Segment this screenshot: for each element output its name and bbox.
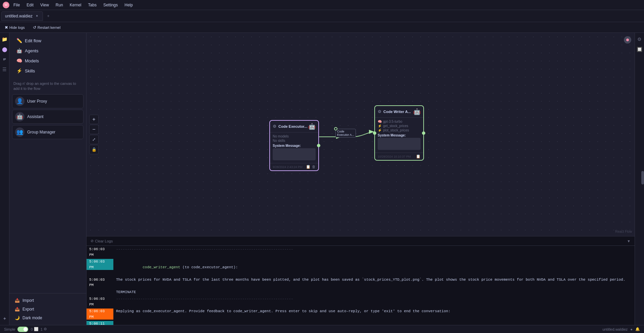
code-writer-left-handle [373, 131, 376, 135]
sidebar-item-edit-flow[interactable]: ✏️ Edit flow [13, 36, 82, 46]
canvas[interactable]: ⚙ Code Executor... 🤖 No models No skills… [87, 33, 635, 236]
code-executor-right-handle [317, 144, 320, 147]
menu-view[interactable]: View [39, 2, 50, 8]
log-content-separator1: ----------------------------------------… [113, 246, 635, 252]
status-notification-icon[interactable]: 🔔 [635, 327, 640, 331]
agent-list: 👤 User Proxy 🤖 Assistant 👥 Group Manager [9, 93, 86, 141]
status-counts: 0 ⬜ 1 ⚙ [31, 327, 47, 331]
icon-bar-circle[interactable]: ⬤ [1, 46, 8, 53]
code-writer-date: 10/28/2024 10:10:37 PM [378, 155, 411, 158]
status-filename: untitled.waldiez [602, 327, 628, 331]
clear-logs-button[interactable]: ⊘ Clear Logs [91, 239, 113, 243]
zoom-lock-button[interactable]: 🔒 [89, 145, 99, 154]
code-executor-footer-icon2[interactable]: 🗑 [312, 165, 316, 169]
sidebar-item-models[interactable]: 🧠 Models [13, 56, 82, 66]
simple-toggle[interactable]: Simple [4, 327, 28, 332]
dark-mode-button[interactable]: 🌙 Dark mode [12, 314, 84, 322]
tab-add-button[interactable]: + [44, 12, 52, 20]
sidebar-item-agents[interactable]: 🤖 Agents [13, 46, 82, 56]
zoom-in-button[interactable]: + [89, 115, 99, 124]
record-dot [626, 39, 629, 41]
content-area: ⚙ Code Executor... 🤖 No models No skills… [87, 33, 635, 325]
log-time-2: 5:06:03 PM [87, 277, 113, 288]
sidebar-item-skills[interactable]: ⚡ Skills [13, 66, 82, 76]
edge-middle-handle [334, 127, 337, 130]
code-writer-system-msg[interactable] [378, 138, 421, 150]
menu-edit[interactable]: Edit [25, 2, 35, 8]
log-time: 5:06:03 PM [87, 246, 113, 258]
hide-logs-button[interactable]: ✖ Hide logs [3, 24, 27, 31]
agent-item-assistant[interactable]: 🤖 Assistant [12, 110, 84, 124]
tab-title: untitled.waldiez [5, 14, 33, 18]
tab-close-button[interactable]: × [35, 14, 39, 18]
log-row: 5:06:03 PM code_writer_agent (to code_ex… [87, 258, 635, 276]
log-row: 5:06:11 PM code_executor_agent (to code_… [87, 320, 635, 325]
sidebar-item-models-label: Models [25, 58, 39, 63]
log-time-teal: 5:06:03 PM [87, 259, 113, 270]
code-executor-system-msg[interactable] [273, 148, 316, 160]
edge-count-icon: ⚙ [44, 327, 47, 331]
dark-mode-label: Dark mode [22, 316, 42, 320]
status-unsaved: ● [630, 327, 633, 331]
restart-kernel-icon: ↺ [33, 25, 36, 30]
canvas-record-button[interactable] [624, 36, 631, 44]
export-button[interactable]: 📤 Export [12, 305, 84, 314]
log-scroll-button[interactable]: ▼ [627, 239, 631, 243]
code-writer-footer-icon1[interactable]: 📋 [416, 154, 421, 159]
menu-settings[interactable]: Settings [102, 2, 119, 8]
code-executor-node[interactable]: ⚙ Code Executor... 🤖 No models No skills… [269, 120, 319, 171]
log-content-agent1: code_writer_agent (to code_executor_agen… [113, 259, 635, 276]
menu-file[interactable]: File [12, 2, 21, 8]
status-left: Simple 0 ⬜ 1 ⚙ [4, 327, 47, 332]
toggle-track[interactable] [17, 327, 28, 332]
log-agent-msg1: (to code_executor_agent): [180, 265, 238, 269]
code-writer-model-icon: 🧠 [378, 120, 382, 123]
menu-run[interactable]: Run [54, 2, 64, 8]
dark-mode-icon: 🌙 [15, 316, 20, 320]
icon-bar-ip[interactable]: IP [1, 56, 8, 63]
export-icon: 📤 [15, 307, 20, 312]
import-label: Import [22, 298, 34, 303]
code-executor-sys-label: System Message: [273, 144, 316, 148]
menu-help[interactable]: Help [123, 2, 134, 8]
edge-count: 1 ⚙ [41, 327, 47, 331]
sidebar-item-edit-flow-label: Edit flow [25, 38, 41, 43]
icon-bar-puzzle[interactable]: ✦ [1, 315, 8, 322]
edit-flow-icon: ✏️ [16, 38, 22, 44]
log-row: 5:06:03 PM The stock prices for NVDA and… [87, 276, 635, 289]
code-executor-settings-icon[interactable]: ⚙ [273, 124, 276, 129]
log-row: 5:06:03 PM -----------------------------… [87, 295, 635, 308]
app-logo: W [3, 2, 9, 8]
agent-item-user-proxy[interactable]: 👤 User Proxy [12, 94, 84, 108]
import-button[interactable]: 📥 Import [12, 296, 84, 305]
icon-bar-folder[interactable]: 📁 [1, 36, 8, 43]
code-executor-footer-icon1[interactable]: 📋 [306, 165, 311, 169]
zoom-out-button[interactable]: − [89, 125, 99, 134]
code-writer-settings-icon[interactable]: ⚙ [378, 109, 381, 114]
code-writer-header: ⚙ Code Writer A... 🤖 [375, 106, 423, 118]
menu-kernel[interactable]: Kernel [68, 2, 83, 8]
zoom-fit-button[interactable]: ⤢ [89, 135, 99, 144]
simple-label: Simple [4, 327, 15, 331]
node-count-number: 0 [31, 327, 33, 331]
log-time-teal2: 5:06:11 PM [87, 321, 113, 325]
log-content-terminate1: TERMINATE [113, 289, 635, 295]
sidebar-bottom: 📥 Import 📤 Export 🌙 Dark mode [9, 293, 86, 325]
code-writer-skill2: ⚡ plot_stock_prices [378, 128, 421, 132]
agent-item-group-manager[interactable]: 👥 Group Manager [12, 125, 84, 139]
icon-bar-list[interactable]: ☰ [1, 66, 8, 73]
tab-untitled[interactable]: untitled.waldiez × [1, 11, 43, 21]
log-body[interactable]: 5:06:03 PM -----------------------------… [87, 246, 635, 325]
code-executor-no-skills: No skills [273, 139, 316, 143]
menu-tabs[interactable]: Tabs [87, 2, 98, 8]
restart-kernel-button[interactable]: ↺ Restart kernel [31, 24, 62, 31]
right-icon-panel[interactable]: 🔲 [636, 46, 643, 53]
code-executor-footer-actions: 📋 🗑 [306, 165, 316, 169]
right-icon-settings[interactable]: ⚙ [636, 36, 643, 43]
code-writer-avatar: 🤖 [413, 108, 421, 115]
code-writer-node[interactable]: ⚙ Code Writer A... 🤖 🧠 gpt-3.5-turbo ⚡ g… [374, 105, 424, 161]
node-count: 0 ⬜ [31, 327, 39, 331]
react-flow-label: React Flow [615, 230, 632, 233]
node-count-icon: ⬜ [34, 327, 39, 331]
code-writer-title: ⚙ Code Writer A... [378, 109, 411, 114]
